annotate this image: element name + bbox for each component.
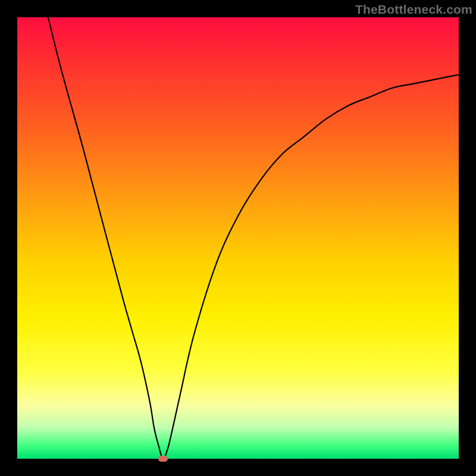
watermark-text: TheBottleneck.com	[355, 2, 472, 17]
plot-area	[17, 17, 459, 459]
bottleneck-curve	[17, 17, 459, 459]
chart-frame: TheBottleneck.com	[0, 0, 476, 476]
optimum-marker	[158, 456, 168, 462]
